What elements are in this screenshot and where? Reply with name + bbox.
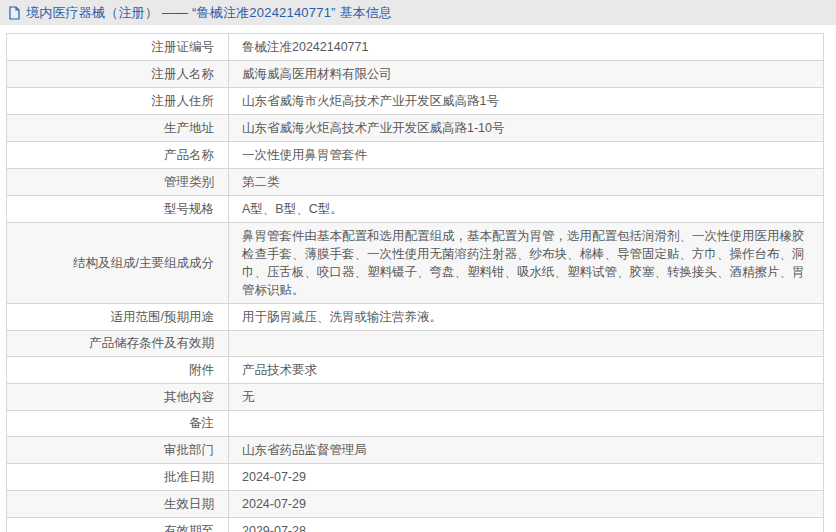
table-row: 注册证编号 鲁械注准20242140771 [7, 34, 824, 61]
row-value-management-category: 第二类 [229, 169, 824, 196]
registration-info-table: 注册证编号 鲁械注准20242140771 注册人名称 威海威高医用材料有限公司… [6, 33, 824, 532]
row-label-product-name: 产品名称 [7, 142, 229, 169]
table-row: 生产地址 山东省威海火炬高技术产业开发区威高路1-10号 [7, 115, 824, 142]
row-label-intended-use: 适用范围/预期用途 [7, 304, 229, 331]
row-label-management-category: 管理类别 [7, 169, 229, 196]
row-label-storage-validity: 产品储存条件及有效期 [7, 331, 229, 357]
row-value-reg-cert-no: 鲁械注准20242140771 [229, 34, 824, 61]
row-label-production-address: 生产地址 [7, 115, 229, 142]
row-value-attachment: 产品技术要求 [229, 357, 824, 384]
row-label-effective-date: 生效日期 [7, 491, 229, 518]
row-value-registrant-name: 威海威高医用材料有限公司 [229, 61, 824, 88]
row-value-remarks [229, 411, 824, 437]
row-label-model-spec: 型号规格 [7, 196, 229, 223]
row-label-remarks: 备注 [7, 411, 229, 437]
document-icon [8, 6, 21, 20]
row-label-attachment: 附件 [7, 357, 229, 384]
row-value-intended-use: 用于肠胃减压、洗胃或输注营养液。 [229, 304, 824, 331]
row-label-structure-composition: 结构及组成/主要组成成分 [7, 223, 229, 304]
table-row: 注册人住所 山东省威海市火炬高技术产业开发区威高路1号 [7, 88, 824, 115]
table-row: 产品名称 一次性使用鼻胃管套件 [7, 142, 824, 169]
row-label-reg-cert-no: 注册证编号 [7, 34, 229, 61]
table-row: 型号规格 A型、B型、C型。 [7, 196, 824, 223]
table-row: 管理类别 第二类 [7, 169, 824, 196]
row-value-other-content: 无 [229, 384, 824, 411]
table-row: 注册人名称 威海威高医用材料有限公司 [7, 61, 824, 88]
row-value-product-name: 一次性使用鼻胃管套件 [229, 142, 824, 169]
table-row: 批准日期 2024-07-29 [7, 464, 824, 491]
row-value-approval-department: 山东省药品监督管理局 [229, 437, 824, 464]
row-label-other-content: 其他内容 [7, 384, 229, 411]
table-row: 有效期至 2029-07-28 [7, 518, 824, 532]
row-label-approval-date: 批准日期 [7, 464, 229, 491]
row-value-registrant-address: 山东省威海市火炬高技术产业开发区威高路1号 [229, 88, 824, 115]
table-row: 备注 [7, 411, 824, 437]
table-row: 适用范围/预期用途 用于肠胃减压、洗胃或输注营养液。 [7, 304, 824, 331]
row-label-expiry-date: 有效期至 [7, 518, 229, 532]
row-value-approval-date: 2024-07-29 [229, 464, 824, 491]
row-value-expiry-date: 2029-07-28 [229, 518, 824, 532]
row-value-structure-composition: 鼻胃管套件由基本配置和选用配置组成，基本配置为胃管，选用配置包括润滑剂、一次性使… [229, 223, 824, 304]
row-value-production-address: 山东省威海火炬高技术产业开发区威高路1-10号 [229, 115, 824, 142]
table-row: 审批部门 山东省药品监督管理局 [7, 437, 824, 464]
row-value-storage-validity [229, 331, 824, 357]
table-row: 结构及组成/主要组成成分 鼻胃管套件由基本配置和选用配置组成，基本配置为胃管，选… [7, 223, 824, 304]
row-label-approval-department: 审批部门 [7, 437, 229, 464]
table-row: 生效日期 2024-07-29 [7, 491, 824, 518]
row-label-registrant-address: 注册人住所 [7, 88, 229, 115]
table-row: 附件 产品技术要求 [7, 357, 824, 384]
table-row: 产品储存条件及有效期 [7, 331, 824, 357]
row-label-registrant-name: 注册人名称 [7, 61, 229, 88]
page-header: 境内医疗器械（注册） —— “鲁械注准20242140771” 基本信息 [0, 0, 836, 25]
page-title: 境内医疗器械（注册） —— “鲁械注准20242140771” 基本信息 [26, 4, 392, 22]
row-value-model-spec: A型、B型、C型。 [229, 196, 824, 223]
row-value-effective-date: 2024-07-29 [229, 491, 824, 518]
table-row: 其他内容 无 [7, 384, 824, 411]
